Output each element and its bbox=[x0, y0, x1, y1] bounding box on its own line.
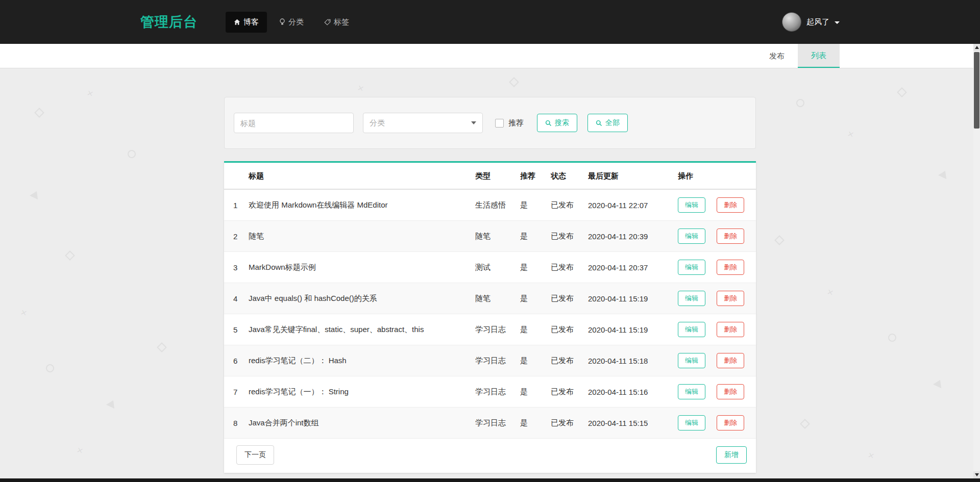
next-page-button[interactable]: 下一页 bbox=[236, 445, 274, 465]
nav-item-tags[interactable]: 标签 bbox=[316, 12, 357, 33]
table-row: 8 Java合并两个int数组 学习日志 是 已发布 2020-04-11 15… bbox=[224, 408, 756, 439]
article-status: 已发布 bbox=[551, 252, 588, 283]
bulb-icon bbox=[279, 18, 285, 26]
article-recommend: 是 bbox=[520, 314, 551, 345]
article-type: 生活感悟 bbox=[475, 189, 520, 221]
edit-button[interactable]: 编辑 bbox=[678, 260, 705, 275]
column-header-title: 标题 bbox=[249, 163, 475, 189]
article-title: Java合并两个int数组 bbox=[249, 408, 475, 439]
edit-button[interactable]: 编辑 bbox=[678, 197, 705, 213]
chevron-down-icon bbox=[471, 121, 476, 124]
table-row: 6 redis学习笔记（二）： Hash 学习日志 是 已发布 2020-04-… bbox=[224, 345, 756, 376]
article-title: redis学习笔记（一）： String bbox=[249, 376, 475, 408]
category-select[interactable]: 分类 bbox=[363, 113, 483, 133]
nav-item-category[interactable]: 分类 bbox=[271, 12, 312, 33]
edit-button[interactable]: 编辑 bbox=[678, 415, 705, 430]
article-status: 已发布 bbox=[551, 408, 588, 439]
delete-button[interactable]: 删除 bbox=[717, 384, 744, 399]
row-index: 5 bbox=[224, 314, 249, 345]
edit-button[interactable]: 编辑 bbox=[678, 291, 705, 306]
delete-button[interactable]: 删除 bbox=[717, 197, 744, 213]
article-type: 学习日志 bbox=[475, 314, 520, 345]
delete-button[interactable]: 删除 bbox=[717, 322, 744, 337]
row-index: 6 bbox=[224, 345, 249, 376]
top-navbar: 管理后台 博客 分类 标签 起风了 bbox=[0, 0, 980, 44]
table-body: 1 欢迎使用 Markdown在线编辑器 MdEditor 生活感悟 是 已发布… bbox=[224, 189, 756, 439]
article-updated: 2020-04-11 15:15 bbox=[588, 408, 678, 439]
article-recommend: 是 bbox=[520, 189, 551, 221]
table-row: 5 Java常见关键字final、static、super、abstract、t… bbox=[224, 314, 756, 345]
row-actions: 编辑 删除 bbox=[678, 376, 756, 408]
delete-button[interactable]: 删除 bbox=[717, 353, 744, 368]
article-title: 随笔 bbox=[249, 221, 475, 252]
article-table: 标题 类型 推荐 状态 最后更新 操作 1 欢迎使用 Markdown在线编辑器… bbox=[224, 163, 756, 439]
nav-item-label: 分类 bbox=[288, 17, 304, 27]
article-recommend: 是 bbox=[520, 252, 551, 283]
row-actions: 编辑 删除 bbox=[678, 345, 756, 376]
article-recommend: 是 bbox=[520, 345, 551, 376]
search-icon bbox=[596, 120, 602, 126]
row-index: 1 bbox=[224, 189, 249, 221]
column-header-status: 状态 bbox=[551, 163, 588, 189]
row-actions: 编辑 删除 bbox=[678, 314, 756, 345]
article-updated: 2020-04-11 15:16 bbox=[588, 376, 678, 408]
article-type: 学习日志 bbox=[475, 408, 520, 439]
column-header-index bbox=[224, 163, 249, 189]
scrollbar[interactable] bbox=[973, 44, 980, 478]
table-row: 2 随笔 随笔 是 已发布 2020-04-11 20:39 编辑 删除 bbox=[224, 221, 756, 252]
row-actions: 编辑 删除 bbox=[678, 283, 756, 314]
add-article-button[interactable]: 新增 bbox=[716, 446, 747, 464]
table-row: 1 欢迎使用 Markdown在线编辑器 MdEditor 生活感悟 是 已发布… bbox=[224, 189, 756, 221]
delete-button[interactable]: 删除 bbox=[717, 291, 744, 306]
tag-icon bbox=[324, 19, 331, 26]
nav-item-blog[interactable]: 博客 bbox=[226, 12, 267, 33]
scroll-down-arrow[interactable] bbox=[973, 471, 980, 478]
article-updated: 2020-04-11 20:39 bbox=[588, 221, 678, 252]
delete-button[interactable]: 删除 bbox=[717, 229, 744, 244]
brand-title: 管理后台 bbox=[140, 13, 198, 31]
recommend-label: 推荐 bbox=[508, 118, 524, 128]
column-header-updated: 最后更新 bbox=[588, 163, 678, 189]
article-updated: 2020-04-11 15:19 bbox=[588, 283, 678, 314]
show-all-button[interactable]: 全部 bbox=[587, 114, 628, 132]
search-button[interactable]: 搜索 bbox=[537, 114, 577, 132]
search-icon bbox=[545, 120, 552, 126]
column-header-recommend: 推荐 bbox=[520, 163, 551, 189]
edit-button[interactable]: 编辑 bbox=[678, 229, 705, 244]
delete-button[interactable]: 删除 bbox=[717, 415, 744, 430]
scroll-up-arrow[interactable] bbox=[973, 44, 980, 51]
article-updated: 2020-04-11 20:37 bbox=[588, 252, 678, 283]
article-recommend: 是 bbox=[520, 221, 551, 252]
table-footer: 下一页 新增 bbox=[224, 439, 756, 470]
row-index: 3 bbox=[224, 252, 249, 283]
article-type: 随笔 bbox=[475, 221, 520, 252]
main-nav: 博客 分类 标签 bbox=[226, 12, 357, 33]
edit-button[interactable]: 编辑 bbox=[678, 322, 705, 337]
article-recommend: 是 bbox=[520, 283, 551, 314]
edit-button[interactable]: 编辑 bbox=[678, 384, 705, 399]
table-row: 3 MarkDown标题示例 测试 是 已发布 2020-04-11 20:37… bbox=[224, 252, 756, 283]
article-status: 已发布 bbox=[551, 189, 588, 221]
nav-item-label: 标签 bbox=[334, 17, 349, 27]
recommend-filter: 推荐 bbox=[495, 118, 524, 128]
article-updated: 2020-04-11 15:19 bbox=[588, 314, 678, 345]
user-name: 起风了 bbox=[806, 17, 829, 27]
delete-button[interactable]: 删除 bbox=[717, 260, 744, 275]
article-type: 随笔 bbox=[475, 283, 520, 314]
row-index: 8 bbox=[224, 408, 249, 439]
row-actions: 编辑 删除 bbox=[678, 221, 756, 252]
article-title: MarkDown标题示例 bbox=[249, 252, 475, 283]
title-search-input[interactable] bbox=[234, 113, 354, 133]
user-avatar bbox=[782, 12, 801, 32]
table-header-row: 标题 类型 推荐 状态 最后更新 操作 bbox=[224, 163, 756, 189]
scrollbar-thumb[interactable] bbox=[974, 52, 979, 129]
user-menu[interactable]: 起风了 bbox=[782, 12, 840, 32]
tab-list[interactable]: 列表 bbox=[798, 44, 840, 68]
chevron-down-icon bbox=[835, 21, 840, 24]
tab-publish[interactable]: 发布 bbox=[756, 44, 798, 68]
edit-button[interactable]: 编辑 bbox=[678, 353, 705, 368]
filter-panel: 分类 推荐 搜索 全部 bbox=[224, 97, 756, 149]
recommend-checkbox[interactable] bbox=[495, 119, 504, 128]
article-updated: 2020-04-11 22:07 bbox=[588, 189, 678, 221]
article-recommend: 是 bbox=[520, 376, 551, 408]
